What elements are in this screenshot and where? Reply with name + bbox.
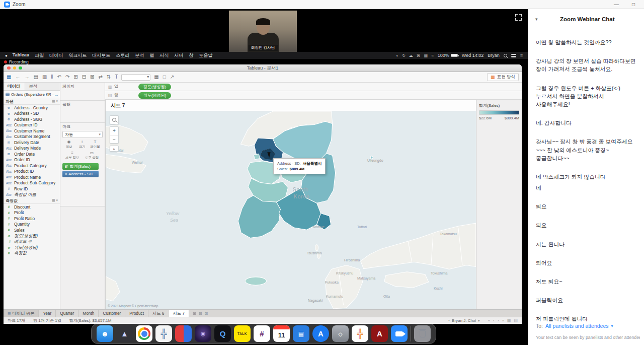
measure-field[interactable]: =# 레코드 수 [4,239,60,245]
columns-shelf[interactable]: ▥ 열 경도(생성됨) [105,83,522,91]
measure-field[interactable]: # Discount [4,204,60,210]
dimension-field[interactable]: Abc Customer Name [4,128,60,134]
dimension-field[interactable]: # Row ID [4,186,60,192]
calendar-dock-icon[interactable]: 11 [273,325,290,342]
sort-icon[interactable]: ⇅ [107,75,111,80]
menu-item[interactable]: 맵 [149,52,154,59]
pane-tab[interactable]: 분석 [25,83,42,90]
marks-pill[interactable]: ◧ 합계(Sales) [62,163,99,170]
columns-pill[interactable]: 경도(생성됨) [138,84,171,90]
dimension-field[interactable]: Abc 측정값 이름 [4,192,60,198]
new-worksheet-tab-icon[interactable]: ⊞ [193,311,196,316]
dimension-field[interactable]: ⊕ Address - SD [4,111,60,117]
menu-item[interactable]: 대시보드 [92,52,110,59]
new-datasource-icon[interactable]: ▥ [42,75,47,80]
kakaotalk-dock-icon[interactable]: TALK [234,325,251,342]
minimize-button[interactable]: — [614,0,619,9]
korea-map[interactable]: YantaiWeihaiYellowSeaSouthKoreaUlleungdo… [106,111,476,309]
swap-axes-icon[interactable]: ⇄ [98,75,102,80]
tableau-public-dock-icon[interactable]: ╬ [352,325,368,342]
label-button[interactable]: T 레이블 [89,140,102,149]
app-store-dock-icon[interactable]: A [312,325,329,342]
launchpad-dock-icon[interactable]: ▲ [116,325,133,342]
pause-updates-icon[interactable]: ‖ [51,75,53,80]
map-zoom-in-button[interactable]: + [110,127,118,135]
sheet-tab[interactable]: Year [39,310,56,317]
menu-item[interactable]: Tableau [13,52,29,59]
menu-item[interactable]: 스토리 [116,52,129,59]
system-preferences-dock-icon[interactable]: ☼ [332,325,349,342]
signed-in-user[interactable]: Bryan J. Choi [447,318,479,323]
redo-icon[interactable]: ↷ [65,75,69,80]
last-sheet-icon[interactable]: » [502,318,504,323]
marks-pill[interactable]: ≡ Address - SD [62,171,99,177]
display-icon[interactable]: ◐ [396,53,398,58]
dimension-field[interactable]: Abc Product Sub-Category [4,180,60,186]
acr[interactable]: A [371,325,388,342]
dimension-field[interactable]: Abc Delivery Mode [4,146,60,152]
keynote-dock-icon[interactable]: ▤ [293,325,309,342]
trash-dock-icon[interactable] [414,325,431,342]
notification-center-icon[interactable]: ≡ [520,53,523,58]
apple-menu-icon[interactable]: ● [5,53,8,58]
menu-item[interactable]: 워크시트 [68,52,87,59]
labels-icon[interactable]: T [115,75,118,80]
new-worksheet-icon[interactable]: ⊞ [73,75,77,80]
dimension-field[interactable]: Abc Customer ID [4,122,60,128]
cloud-icon[interactable]: ☁ [409,53,413,58]
sync-icon[interactable]: ↻ [402,53,406,58]
legend-gradient[interactable] [479,110,519,115]
marks-card[interactable]: 마크 자동 ◉ 색상 ↕ [60,123,105,206]
tableau-desktop-dock-icon[interactable]: ╬ [155,325,172,342]
red-blue-app-dock-icon[interactable] [175,325,192,342]
slack-dock-icon[interactable]: # [254,325,270,342]
measure-field[interactable]: ⊕ 경도(생성됨) [4,233,60,239]
sheet-tab[interactable]: 시트 7 [169,310,189,317]
fullscreen-icon[interactable] [515,14,522,21]
show-me-button[interactable]: ▦ 표현 방식 [487,73,519,81]
back-icon[interactable]: ← [15,75,20,80]
measure-field[interactable]: # Sales [4,227,60,233]
first-sheet-icon[interactable]: « [488,318,490,323]
menu-item[interactable]: 파일 [35,52,44,59]
new-story-tab-icon[interactable]: ⊡ [204,311,208,316]
tableau-logo-icon[interactable]: ▦ [7,75,11,80]
dimension-field[interactable]: ⊞ Order Date [4,151,60,157]
rows-pill[interactable]: 위도(생성됨) [138,92,171,99]
dimension-field[interactable]: Abc Order ID [4,157,60,163]
dimension-field[interactable]: Abc Product Name [4,174,60,180]
pages-shelf[interactable]: 페이지 [60,83,105,101]
show-filmstrip-icon[interactable]: ▤ [514,318,518,323]
measure-field[interactable]: # Profit Ratio [4,216,60,222]
control-center-icon[interactable] [511,54,516,57]
undo-icon[interactable]: ↶ [57,75,61,80]
detail-button[interactable]: ≡ 세부 정보 [62,151,82,160]
menu-item[interactable]: 데이터 [49,52,63,59]
size-button[interactable]: ↕ 크기 [75,140,89,149]
menu-item[interactable]: 분석 [135,52,144,59]
menubar-user[interactable]: Bryan [488,53,500,58]
sheet-tab[interactable]: Product [125,310,148,317]
pane-tab[interactable]: 데이터 [4,83,25,90]
fit-icon[interactable]: ▦ [154,75,158,80]
sheet-tab[interactable]: Month [78,310,99,317]
wifi-icon[interactable]: ≈ [431,53,433,58]
menu-item[interactable]: 서식 [159,52,169,59]
sheet-tab[interactable]: 시트 6 [148,310,169,317]
speaker-video[interactable]: 최정민 강사님 [229,11,297,52]
share-icon[interactable]: ↗ [170,75,174,80]
filters-shelf[interactable]: 필터 [60,101,105,123]
tooltip-button[interactable]: ▭ 도구 설명 [82,151,102,160]
finder-dock-icon[interactable]: ☻ [97,325,113,342]
dimension-field[interactable]: Abc Product Category [4,163,60,169]
grid-icon[interactable]: ▦ [424,53,428,58]
show-sheets-icon[interactable]: ▦ [507,318,511,323]
save-icon[interactable]: ▤ [33,75,38,80]
recipient-select[interactable]: All panelists and attendees [545,323,609,329]
measure-field[interactable]: # 측정값 [4,250,60,256]
zoom-dock-icon[interactable] [391,325,408,342]
clear-sheet-icon[interactable]: ⊠ [90,75,94,80]
color-button[interactable]: ◉ 색상 [62,140,75,149]
presentation-icon[interactable]: □ [163,75,166,80]
keyboard-icon[interactable]: ⌘ [417,53,421,58]
